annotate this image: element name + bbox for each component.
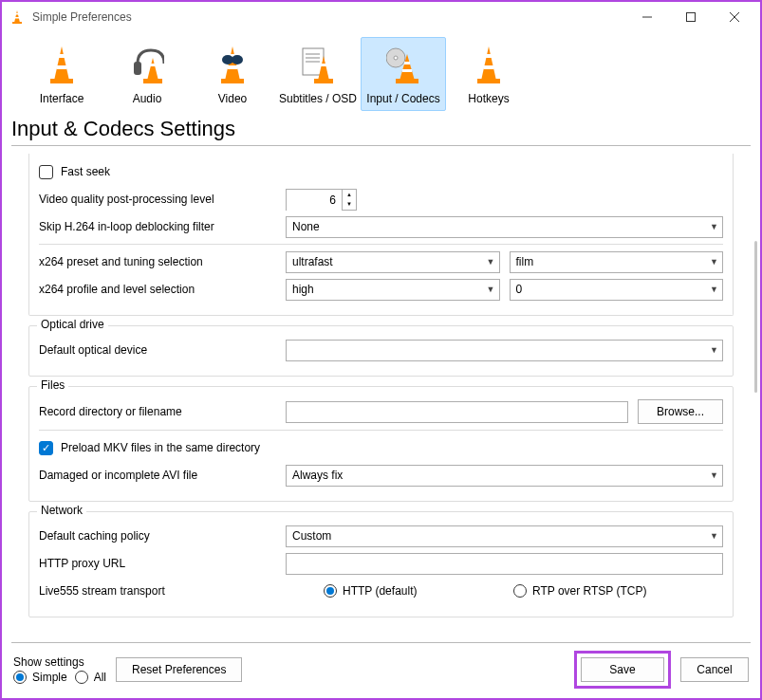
scrollbar[interactable]	[754, 241, 757, 393]
optical-device-label: Default optical device	[39, 343, 286, 357]
preload-mkv-checkbox[interactable]	[39, 441, 53, 455]
footer: Show settings Simple All Reset Preferenc…	[2, 643, 760, 698]
x264-tune-select[interactable]: film▼	[510, 251, 724, 273]
chevron-down-icon: ▼	[710, 470, 718, 480]
svg-rect-4	[687, 12, 696, 21]
maximize-button[interactable]	[669, 3, 713, 31]
chevron-down-icon: ▼	[710, 222, 718, 231]
svg-rect-10	[134, 62, 141, 75]
save-button[interactable]: Save	[581, 657, 664, 682]
simple-radio[interactable]	[13, 671, 27, 684]
record-dir-input[interactable]	[286, 401, 628, 423]
preload-mkv-label: Preload MKV files in the same directory	[61, 441, 260, 454]
svg-point-17	[232, 55, 243, 64]
tab-video[interactable]: Video	[190, 37, 275, 111]
preferences-window: Simple Preferences Interface Audio Video…	[0, 0, 762, 700]
avi-label: Damaged or incomplete AVI file	[39, 469, 286, 482]
group-network: Network Default caching policy Custom▼ H…	[28, 511, 734, 617]
chevron-down-icon: ▼	[710, 257, 718, 267]
glasses-cone-icon	[210, 43, 255, 88]
tab-hotkeys[interactable]: Hotkeys	[446, 37, 531, 111]
svg-rect-1	[16, 13, 19, 15]
svg-rect-11	[143, 79, 162, 83]
x264-preset-select[interactable]: ultrafast▼	[286, 251, 500, 273]
section-title: Input & Codecs Settings	[2, 117, 760, 145]
skip-deblock-select[interactable]: None▼	[286, 216, 723, 238]
svg-point-25	[394, 56, 398, 60]
window-title: Simple Preferences	[32, 10, 625, 24]
live555-rtp-radio[interactable]	[513, 584, 527, 598]
spin-down[interactable]: ▼	[343, 199, 356, 210]
svg-rect-9	[57, 65, 67, 69]
category-toolbar: Interface Audio Video Subtitles / OSD In…	[2, 31, 760, 117]
document-cone-icon	[295, 43, 341, 88]
tab-interface[interactable]: Interface	[19, 37, 104, 111]
tab-subtitles[interactable]: Subtitles / OSD	[275, 37, 361, 111]
chevron-down-icon: ▼	[710, 285, 718, 294]
spin-up[interactable]: ▲	[343, 190, 356, 200]
chevron-down-icon: ▼	[710, 531, 718, 541]
record-dir-label: Record directory or filename	[39, 405, 286, 418]
fast-seek-checkbox[interactable]	[39, 165, 53, 179]
svg-rect-30	[486, 54, 493, 58]
postproc-label: Video quality post-processing level	[39, 193, 286, 206]
svg-rect-7	[50, 79, 73, 83]
avi-select[interactable]: Always fix▼	[286, 465, 723, 487]
group-title-files: Files	[37, 378, 68, 392]
x264-profile-select[interactable]: high▼	[286, 279, 500, 301]
svg-rect-13	[221, 79, 244, 83]
cone-icon	[466, 43, 511, 88]
svg-rect-26	[396, 79, 418, 83]
x264-level-select[interactable]: 0▼	[510, 279, 724, 301]
titlebar: Simple Preferences	[2, 2, 760, 31]
group-codecs: Fast seek Video quality post-processing …	[28, 154, 734, 316]
vlc-icon	[9, 9, 25, 25]
minimize-button[interactable]	[625, 3, 669, 31]
caching-label: Default caching policy	[39, 529, 286, 543]
svg-rect-2	[15, 17, 19, 19]
postproc-value[interactable]	[287, 190, 342, 212]
disc-cone-icon	[381, 43, 426, 88]
chevron-down-icon: ▼	[487, 285, 495, 294]
cone-icon	[39, 43, 84, 88]
svg-rect-28	[402, 69, 412, 72]
headphones-cone-icon	[124, 43, 170, 88]
divider	[39, 244, 723, 245]
svg-rect-22	[314, 79, 333, 83]
reset-button[interactable]: Reset Preferences	[116, 657, 242, 682]
cancel-button[interactable]: Cancel	[680, 657, 749, 682]
fast-seek-label: Fast seek	[61, 165, 110, 178]
close-button[interactable]	[713, 3, 756, 31]
group-title-optical: Optical drive	[37, 318, 108, 331]
svg-rect-23	[321, 64, 326, 66]
tab-input-codecs[interactable]: Input / Codecs	[361, 37, 446, 111]
group-title-network: Network	[37, 504, 86, 517]
chevron-down-icon: ▼	[710, 345, 718, 355]
proxy-label: HTTP proxy URL	[39, 557, 286, 570]
live555-label: Live555 stream transport	[39, 584, 324, 598]
x264-preset-label: x264 preset and tuning selection	[39, 255, 286, 268]
show-settings-label: Show settings	[13, 655, 106, 669]
group-files: Files Record directory or filename Brows…	[28, 386, 734, 502]
caching-select[interactable]: Custom▼	[286, 525, 723, 547]
save-highlight: Save	[574, 651, 671, 689]
main-panel: Fast seek Video quality post-processing …	[2, 146, 760, 642]
postproc-spinner[interactable]: ▲▼	[286, 189, 357, 211]
proxy-input[interactable]	[286, 553, 723, 575]
svg-rect-8	[59, 54, 65, 58]
optical-device-select[interactable]: ▼	[286, 340, 723, 361]
x264-profile-label: x264 profile and level selection	[39, 283, 286, 296]
tab-audio[interactable]: Audio	[104, 37, 190, 111]
svg-rect-12	[150, 64, 156, 66]
chevron-down-icon: ▼	[487, 257, 495, 267]
svg-rect-15	[228, 65, 238, 69]
all-radio[interactable]	[75, 671, 88, 684]
group-optical: Optical drive Default optical device ▼	[28, 325, 734, 377]
svg-rect-31	[484, 65, 494, 69]
browse-button[interactable]: Browse...	[638, 399, 723, 424]
svg-rect-29	[477, 79, 500, 83]
live555-http-radio[interactable]	[324, 584, 337, 598]
skip-deblock-label: Skip H.264 in-loop deblocking filter	[39, 220, 286, 233]
divider	[39, 430, 723, 431]
svg-rect-0	[12, 22, 22, 24]
